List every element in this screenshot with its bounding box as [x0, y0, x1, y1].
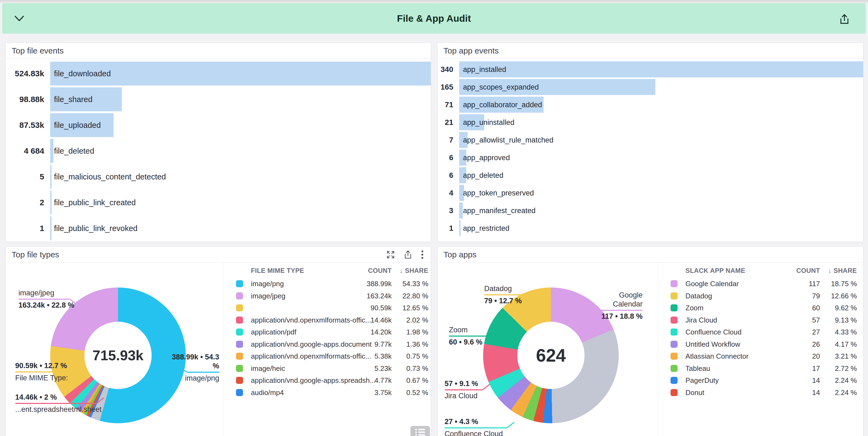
bar-label: file_deleted	[54, 146, 94, 155]
cell-share: 0.73 %	[406, 364, 428, 373]
cell-name: application/vnd.openxmlformats-offic...	[251, 352, 371, 360]
bar-row: 71app_collaborator_added	[437, 96, 863, 114]
apps-table: SLACK APP NAME COUNT ↓ SHARE Google Cale…	[658, 263, 863, 436]
table-row[interactable]: Donut142.24 %	[658, 386, 863, 399]
table-row[interactable]: image/heic5.23k0.73 %	[223, 362, 431, 375]
legend-chip	[236, 341, 243, 348]
export-icon[interactable]	[839, 13, 850, 26]
table-row[interactable]: Jira Cloud579.13 %	[658, 314, 863, 326]
callout-rule	[449, 336, 487, 337]
bar[interactable]	[459, 220, 461, 236]
column-header-share[interactable]: ↓ SHARE	[400, 267, 429, 274]
callout-line: 14.46k • 2 %	[15, 393, 101, 402]
bar-value: 71	[437, 100, 453, 109]
bar-value: 1	[6, 224, 44, 233]
legend-chip	[671, 328, 678, 336]
share-icon[interactable]	[404, 250, 412, 259]
cell-share: 2.72 %	[835, 364, 857, 373]
cell-share: 2.02 %	[406, 316, 428, 324]
table-row[interactable]: Datadog7912.66 %	[658, 290, 863, 302]
legend-chip	[236, 389, 243, 396]
bar[interactable]	[50, 216, 52, 240]
table-row[interactable]: application/vnd.google-apps.spreadsh...4…	[223, 374, 431, 386]
cell-count: 14.20k	[371, 328, 392, 337]
cell-share: 18.75 %	[831, 280, 857, 288]
bar-label: file_malicious_content_detected	[54, 172, 166, 181]
bar-value: 7	[437, 136, 453, 144]
bar-row: 87.53kfile_uploaded	[6, 112, 431, 138]
legend-chip	[236, 377, 243, 384]
table-row[interactable]: Atlassian Connector203.21 %	[658, 350, 863, 362]
bar-value: 4	[437, 189, 453, 197]
bar[interactable]	[50, 165, 52, 189]
table-row[interactable]: Google Calendar11718.75 %	[658, 278, 863, 290]
cell-name: PagerDuty	[685, 376, 719, 385]
column-header-name[interactable]: SLACK APP NAME	[685, 267, 745, 274]
bar-value: 2	[6, 198, 44, 207]
table-row[interactable]: application/vnd.openxmlformats-offic...5…	[223, 350, 431, 362]
cell-count: 163.24k	[367, 292, 392, 300]
cell-count: 26	[812, 340, 820, 348]
donut-callout: Google Calendar117 • 18.8 %	[588, 291, 643, 321]
column-header-name[interactable]: FILE MIME TYPE	[251, 267, 304, 274]
legend-chip	[236, 280, 243, 287]
table-row[interactable]: audio/mp43.75k0.52 %	[223, 386, 431, 399]
bar-track: file_deleted	[50, 139, 431, 163]
bar-value: 1	[437, 224, 453, 233]
table-row[interactable]: image/jpeg163.24k22.80 %	[223, 290, 431, 302]
cell-share: 54.33 %	[403, 280, 428, 288]
bar-label: app_approved	[463, 153, 510, 162]
column-header-count[interactable]: COUNT	[796, 267, 820, 274]
column-header-share[interactable]: ↓ SHARE	[828, 267, 857, 274]
bar-label: app_scopes_expanded	[463, 83, 539, 91]
callout-rule	[187, 372, 219, 373]
bar[interactable]	[459, 61, 863, 77]
cell-count: 20	[812, 352, 820, 360]
table-row[interactable]: application/pdf14.20k1.98 %	[223, 326, 431, 338]
cell-count: 388.99k	[367, 280, 392, 288]
callout-line: 57 • 9.1 %	[444, 379, 483, 388]
callout-line: ...ent.spreadsheetml.sheet	[15, 405, 101, 414]
legend-chip	[671, 365, 678, 372]
bar-value: 98.88k	[6, 95, 44, 104]
bar-track: app_manifest_created	[459, 203, 863, 219]
legend-chip	[236, 292, 243, 299]
bar-row: 98.88kfile_shared	[6, 86, 431, 112]
bar[interactable]	[50, 139, 54, 163]
table-row[interactable]: Untitled Workflow264.17 %	[658, 338, 863, 350]
bar-track: file_shared	[50, 87, 431, 111]
bar-value: 340	[437, 65, 453, 74]
list-view-toggle-button[interactable]	[410, 426, 430, 436]
bar[interactable]	[50, 191, 52, 214]
table-row[interactable]: Confluence Cloud274.33 %	[658, 326, 863, 338]
expand-icon[interactable]	[386, 250, 395, 259]
table-row[interactable]: PagerDuty142.24 %	[658, 374, 863, 386]
file-events-bar-list: 524.83kfile_downloaded98.88kfile_shared8…	[6, 59, 431, 241]
donut-callout: 388.99k • 54.3 %image/png	[166, 353, 219, 383]
table-row[interactable]: 90.59k12.65 %	[223, 302, 431, 314]
table-row[interactable]: image/png388.99k54.33 %	[223, 278, 431, 290]
legend-chip	[671, 280, 678, 287]
table-row[interactable]: Tableau172.72 %	[658, 362, 863, 375]
table-row[interactable]: application/vnd.openxmlformats-offic...1…	[223, 314, 431, 326]
panel-title: Top app events	[437, 43, 863, 59]
table-row[interactable]: application/vnd.google-apps.document9.77…	[223, 338, 431, 350]
bar-track: app_installed	[459, 61, 863, 77]
bar-label: app_deleted	[463, 171, 503, 179]
bar-row: 21app_uninstalled	[437, 114, 863, 131]
callout-line: 90.59k • 12.7 %	[15, 361, 78, 370]
bar-row: 7app_allowlist_rule_matched	[437, 131, 863, 149]
table-row[interactable]: Zoom609.62 %	[658, 302, 863, 314]
callout-rule-tail	[482, 384, 490, 390]
bar-label: file_shared	[54, 95, 93, 104]
donut-callout: Datadog79 • 12.7 %	[484, 284, 525, 306]
kebab-menu-icon[interactable]	[421, 250, 424, 259]
column-header-count[interactable]: COUNT	[368, 267, 392, 274]
bar-label: file_downloaded	[54, 69, 111, 78]
cell-count: 90.59k	[371, 304, 392, 312]
cell-name: Untitled Workflow	[685, 340, 740, 348]
donut-callout: 27 • 4.3 %Confluence Cloud	[444, 417, 507, 436]
cell-count: 14.46k	[371, 316, 392, 324]
bar-track: app_token_preserved	[459, 185, 863, 201]
bar[interactable]	[459, 203, 463, 219]
